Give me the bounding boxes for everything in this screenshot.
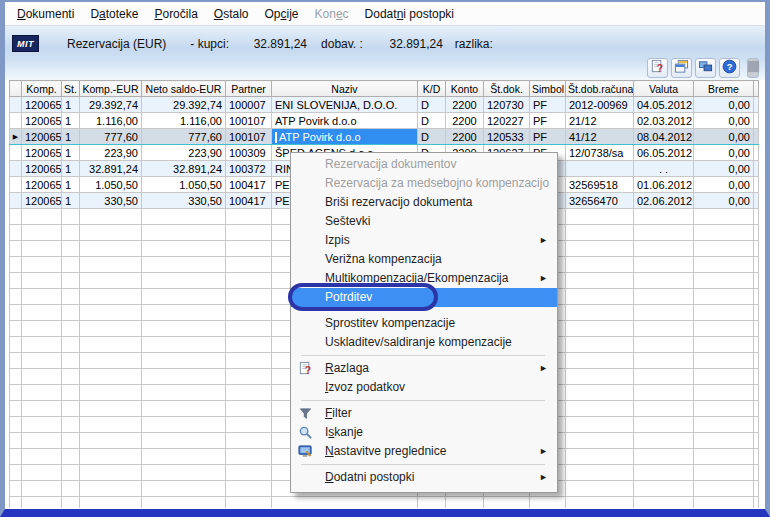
cell-empty[interactable] <box>22 337 62 353</box>
cell-empty[interactable] <box>694 289 754 305</box>
context-menu-item-filter[interactable]: Filter <box>291 404 557 423</box>
cell-breme[interactable]: 0,00 <box>694 193 754 209</box>
cell-empty[interactable] <box>80 257 142 273</box>
cell-konto[interactable]: 2200 <box>446 129 484 145</box>
cell-empty[interactable] <box>694 305 754 321</box>
cell-breme[interactable]: 0,00 <box>694 145 754 161</box>
cell-empty[interactable] <box>80 273 142 289</box>
cell-empty[interactable] <box>80 385 142 401</box>
menubar-item-poro-ila[interactable]: Poročila <box>146 4 205 24</box>
cell-empty[interactable] <box>418 497 446 509</box>
cell-empty[interactable] <box>226 401 272 417</box>
cell-komp[interactable]: 120065 <box>22 129 62 145</box>
context-menu-item-izvoz-podatkov[interactable]: Izvoz podatkov <box>291 378 557 397</box>
context-menu-item-bri-i-rezervacijo-dokumenta[interactable]: Briši rezervacijo dokumenta <box>291 193 557 212</box>
cell-naziv[interactable]: ATP Povirk d.o.o <box>272 113 418 129</box>
cell-partner[interactable]: 100007 <box>226 97 272 113</box>
row-marker[interactable] <box>10 449 22 465</box>
cell-empty[interactable] <box>634 289 694 305</box>
cell-empty[interactable] <box>634 481 694 497</box>
cell-neto-saldo-eur[interactable]: 29.392,74 <box>142 97 226 113</box>
cell-empty[interactable] <box>22 465 62 481</box>
cell-empty[interactable] <box>142 433 226 449</box>
cell-empty[interactable] <box>634 449 694 465</box>
cell-simbol[interactable]: PF <box>530 129 566 145</box>
cell-breme[interactable]: 0,00 <box>694 177 754 193</box>
cell-empty[interactable] <box>446 497 484 509</box>
cell-empty[interactable] <box>226 465 272 481</box>
cell-t-dob-ra-una[interactable]: 32569518 <box>566 177 634 193</box>
cell-empty[interactable] <box>62 481 80 497</box>
cell-empty[interactable] <box>694 481 754 497</box>
cell-breme[interactable]: 0,00 <box>694 113 754 129</box>
cell-empty[interactable] <box>694 385 754 401</box>
cell-empty[interactable] <box>22 289 62 305</box>
cell-empty[interactable] <box>80 321 142 337</box>
cell-k-d[interactable]: D <box>418 129 446 145</box>
row-marker[interactable] <box>10 257 22 273</box>
row-marker[interactable] <box>10 193 22 209</box>
cell-k-d[interactable]: D <box>418 113 446 129</box>
cell-komp-eur[interactable]: 777,60 <box>80 129 142 145</box>
row-marker[interactable] <box>10 273 22 289</box>
cell-empty[interactable] <box>566 257 634 273</box>
context-menu-item-razlaga[interactable]: ?Razlaga► <box>291 359 557 378</box>
cell-empty[interactable] <box>142 497 226 509</box>
cell-partner[interactable]: 100417 <box>226 193 272 209</box>
cell-empty[interactable] <box>62 305 80 321</box>
cell-komp-eur[interactable]: 1.050,50 <box>80 177 142 193</box>
cell-empty[interactable] <box>62 401 80 417</box>
cell-empty[interactable] <box>142 241 226 257</box>
row-marker[interactable]: ▶ <box>10 129 22 145</box>
cell-valuta[interactable]: . . <box>634 161 694 177</box>
cell-empty[interactable] <box>80 305 142 321</box>
cell-empty[interactable] <box>226 225 272 241</box>
toolbar-button-explain-icon[interactable]: ? <box>647 58 668 78</box>
cell-st[interactable]: 1 <box>62 129 80 145</box>
cell-empty[interactable] <box>634 305 694 321</box>
cell-empty[interactable] <box>142 337 226 353</box>
row-marker[interactable] <box>10 113 22 129</box>
cell-empty[interactable] <box>226 369 272 385</box>
cell-komp-eur[interactable]: 330,50 <box>80 193 142 209</box>
cell-empty[interactable] <box>694 369 754 385</box>
cell-t-dob-ra-una[interactable]: 41/12 <box>566 129 634 145</box>
row-marker[interactable] <box>10 289 22 305</box>
cell-empty[interactable] <box>80 241 142 257</box>
cell-empty[interactable] <box>80 465 142 481</box>
cell-t-dob-ra-una[interactable]: 2012-00969 <box>566 97 634 113</box>
cell-empty[interactable] <box>80 401 142 417</box>
cell-empty[interactable] <box>80 289 142 305</box>
cell-empty[interactable] <box>62 497 80 509</box>
cell-empty[interactable] <box>484 497 530 509</box>
cell-empty[interactable] <box>566 289 634 305</box>
cell-empty[interactable] <box>226 289 272 305</box>
cell-empty[interactable] <box>566 241 634 257</box>
cell-empty[interactable] <box>694 337 754 353</box>
cell-empty[interactable] <box>694 241 754 257</box>
cell-empty[interactable] <box>530 497 566 509</box>
cell-empty[interactable] <box>566 225 634 241</box>
cell-empty[interactable] <box>62 273 80 289</box>
cell-empty[interactable] <box>142 481 226 497</box>
menubar-item-datoteke[interactable]: Datoteke <box>82 4 146 24</box>
cell-komp-eur[interactable]: 1.116,00 <box>80 113 142 129</box>
cell-empty[interactable] <box>22 369 62 385</box>
cell-empty[interactable] <box>22 273 62 289</box>
row-marker[interactable] <box>10 209 22 225</box>
cell-empty[interactable] <box>694 209 754 225</box>
cell-empty[interactable] <box>694 353 754 369</box>
cell-empty[interactable] <box>226 337 272 353</box>
cell-empty[interactable] <box>694 225 754 241</box>
cell-komp[interactable]: 120065 <box>22 193 62 209</box>
cell-t-dok[interactable]: 120533 <box>484 129 530 145</box>
cell-empty[interactable] <box>566 369 634 385</box>
cell-konto[interactable]: 2200 <box>446 97 484 113</box>
cell-empty[interactable] <box>226 433 272 449</box>
cell-neto-saldo-eur[interactable]: 1.116,00 <box>142 113 226 129</box>
cell-komp-eur[interactable]: 223,90 <box>80 145 142 161</box>
cell-empty[interactable] <box>226 449 272 465</box>
cell-empty[interactable] <box>226 241 272 257</box>
cell-breme[interactable]: 0,00 <box>694 97 754 113</box>
cell-empty[interactable] <box>80 497 142 509</box>
